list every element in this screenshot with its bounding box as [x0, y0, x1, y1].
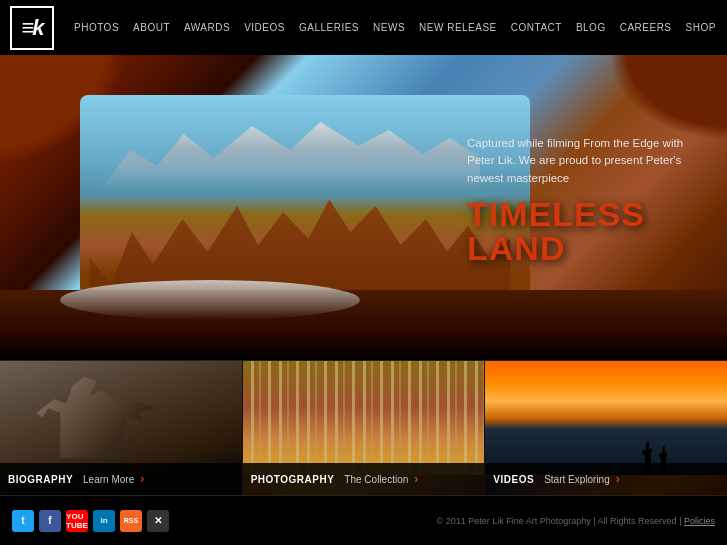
logo-text: ≡k	[21, 15, 42, 41]
nav-item-galleries[interactable]: GALLERIES	[299, 22, 359, 33]
x-icon[interactable]: ✕	[147, 510, 169, 532]
nav-item-shop[interactable]: SHOP	[686, 22, 716, 33]
footer-copyright: © 2011 Peter Lik Fine Art Photography | …	[437, 516, 715, 526]
photo-arrow: ›	[414, 472, 418, 486]
nav-item-blog[interactable]: BLOG	[576, 22, 606, 33]
bio-image	[0, 361, 242, 475]
grid-item-biography[interactable]: BIOGRAPHY Learn More ›	[0, 361, 243, 495]
rss-icon[interactable]: RSS	[120, 510, 142, 532]
linkedin-icon[interactable]: in	[93, 510, 115, 532]
copyright-text: © 2011 Peter Lik Fine Art Photography | …	[437, 516, 682, 526]
header: ≡k PHOTOSABOUTAWARDSVIDEOSGALLERIESNEWSN…	[0, 0, 727, 55]
video-label-bar: VIDEOS Start Exploring ›	[485, 463, 727, 495]
social-icons: t f YOUTUBE in RSS ✕	[12, 510, 169, 532]
photographer-figure	[36, 368, 156, 458]
bio-category: BIOGRAPHY	[8, 474, 73, 485]
video-category: VIDEOS	[493, 474, 534, 485]
nav-item-new-release[interactable]: NEW RELEASE	[419, 22, 497, 33]
logo[interactable]: ≡k	[10, 6, 54, 50]
bio-arrow: ›	[140, 472, 144, 486]
hero-description: Captured while filming From the Edge wit…	[467, 135, 707, 187]
photo-label-bar: PHOTOGRAPHY The Collection ›	[243, 463, 485, 495]
main-nav: PHOTOSABOUTAWARDSVIDEOSGALLERIESNEWSNEW …	[74, 22, 716, 33]
nav-item-about[interactable]: ABOUT	[133, 22, 170, 33]
footer: t f YOUTUBE in RSS ✕ © 2011 Peter Lik Fi…	[0, 495, 727, 545]
facebook-icon[interactable]: f	[39, 510, 61, 532]
nav-item-awards[interactable]: AWARDS	[184, 22, 230, 33]
twitter-icon[interactable]: t	[12, 510, 34, 532]
policies-link[interactable]: Policies	[684, 516, 715, 526]
birch-trees-image	[243, 361, 485, 475]
snow-ground	[60, 280, 360, 320]
hero-text-overlay: Captured while filming From the Edge wit…	[467, 135, 707, 265]
photo-action: The Collection	[344, 474, 408, 485]
nav-item-news[interactable]: NEWS	[373, 22, 405, 33]
grid-item-photography[interactable]: PHOTOGRAPHY The Collection ›	[243, 361, 486, 495]
video-arrow: ›	[616, 472, 620, 486]
bio-action: Learn More	[83, 474, 134, 485]
hero-section: Captured while filming From the Edge wit…	[0, 55, 727, 360]
youtube-icon[interactable]: YOUTUBE	[66, 510, 88, 532]
bio-label-bar: BIOGRAPHY Learn More ›	[0, 463, 242, 495]
nav-item-careers[interactable]: CAREERS	[620, 22, 672, 33]
nav-item-videos[interactable]: VIDEOS	[244, 22, 285, 33]
bottom-grid: BIOGRAPHY Learn More › PHOTOGRAPHY The C…	[0, 360, 727, 495]
grid-item-videos[interactable]: VIDEOS Start Exploring ›	[485, 361, 727, 495]
photo-category: PHOTOGRAPHY	[251, 474, 335, 485]
video-action: Start Exploring	[544, 474, 610, 485]
nav-item-photos[interactable]: PHOTOS	[74, 22, 119, 33]
nav-item-contact[interactable]: CONTACT	[511, 22, 562, 33]
hero-title: TIMELESS LAND	[467, 197, 707, 265]
